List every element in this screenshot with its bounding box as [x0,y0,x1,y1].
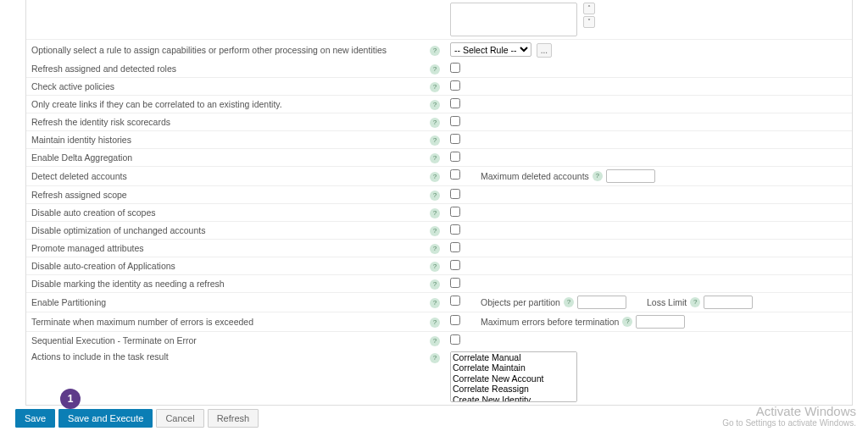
help-icon[interactable]: ? [430,100,440,110]
actions-multiselect[interactable]: Correlate ManualCorrelate MaintainCorrel… [450,351,577,402]
help-icon[interactable]: ? [430,64,440,75]
option-label: Disable optimization of unchanged accoun… [26,221,425,239]
top-textarea[interactable] [450,3,577,36]
disable_apps-checkbox[interactable] [450,260,460,270]
help-icon[interactable]: ? [430,318,440,328]
option-label: Detect deleted accounts [26,166,425,185]
cancel-button[interactable]: Cancel [156,409,203,428]
disable_optim-checkbox[interactable] [450,224,460,235]
refresh_scorecards-checkbox[interactable] [450,116,460,126]
help-icon[interactable]: ? [430,262,440,272]
help-icon[interactable]: ? [430,226,440,236]
spin-down-icon[interactable]: ˅ [583,16,595,28]
step-marker: 1 [60,389,81,409]
maintain_histories-checkbox[interactable] [450,134,460,144]
promote_attrs-checkbox[interactable] [450,242,460,252]
help-icon[interactable]: ? [430,208,440,218]
extra-label: Maximum deleted accounts [481,171,589,181]
option-label: Refresh assigned and detected roles [26,60,425,78]
help-icon[interactable]: ? [430,153,440,163]
extra-label: Maximum errors before termination [481,317,619,327]
disable_mark-checkbox[interactable] [450,278,460,288]
rule-select[interactable]: -- Select Rule -- [450,42,531,57]
detect_deleted-extra-0-input[interactable] [606,169,655,183]
option-label: Disable auto creation of scopes [26,203,425,221]
option-label: Promote managed attributes [26,239,425,257]
help-icon[interactable]: ? [430,279,440,290]
option-label: Only create links if they can be correla… [26,95,425,113]
enable_part-extra-0-input[interactable] [577,296,626,309]
help-icon[interactable]: ? [430,336,440,346]
spin-up-icon[interactable]: ˄ [583,3,595,14]
option-label: Terminate when maximum number of errors … [26,312,425,331]
help-icon[interactable]: ? [430,298,440,308]
option-label: Disable auto-creation of Applications [26,257,425,274]
help-icon[interactable]: ? [564,297,574,307]
refresh_scope-checkbox[interactable] [450,189,460,199]
help-icon[interactable]: ? [430,135,440,146]
enable_delta-checkbox[interactable] [450,152,460,162]
enable_part-extra-1-input[interactable] [704,296,753,309]
sequential-checkbox[interactable] [450,334,460,345]
actions-label: Actions to include in the task result [26,349,425,405]
refresh-button[interactable]: Refresh [208,409,259,428]
windows-watermark: Activate Windows Go to Settings to activ… [722,404,856,428]
save-button[interactable]: Save [15,409,55,428]
help-icon[interactable]: ? [593,171,603,181]
help-icon[interactable]: ? [430,118,440,128]
help-icon[interactable]: ? [430,46,440,56]
terminate_errors-checkbox[interactable] [450,315,460,325]
footer-toolbar: Save Save and Execute Cancel Refresh [15,409,259,428]
help-icon[interactable]: ? [430,244,440,254]
rule-select-label: Optionally select a rule to assign capab… [26,40,425,60]
option-label: Refresh assigned scope [26,185,425,203]
detect_deleted-checkbox[interactable] [450,169,460,180]
help-icon[interactable]: ? [690,297,700,307]
rule-browse-button[interactable]: ... [537,43,552,58]
extra-label: Loss Limit [647,297,687,307]
check_policies-checkbox[interactable] [450,80,460,91]
option-label: Check active policies [26,77,425,95]
task-options-table: ˄ ˅ Optionally select a rule to assign c… [26,0,852,405]
extra-label: Objects per partition [481,297,560,307]
option-label: Sequential Execution - Terminate on Erro… [26,331,425,349]
only_create_links-checkbox[interactable] [450,98,460,108]
help-icon[interactable]: ? [430,172,440,182]
terminate_errors-extra-0-input[interactable] [636,315,685,329]
option-label: Enable Partitioning [26,292,425,312]
help-icon[interactable]: ? [430,353,440,363]
disable_scopes-checkbox[interactable] [450,207,460,217]
option-label: Refresh the identity risk scorecards [26,113,425,130]
help-icon[interactable]: ? [622,317,632,327]
enable_part-checkbox[interactable] [450,296,460,306]
refresh_roles-checkbox[interactable] [450,63,460,73]
option-label: Enable Delta Aggregation [26,148,425,166]
save-and-execute-button[interactable]: Save and Execute [58,409,153,428]
option-label: Disable marking the identity as needing … [26,274,425,292]
option-label: Maintain identity histories [26,130,425,148]
help-icon[interactable]: ? [430,82,440,92]
help-icon[interactable]: ? [430,191,440,201]
